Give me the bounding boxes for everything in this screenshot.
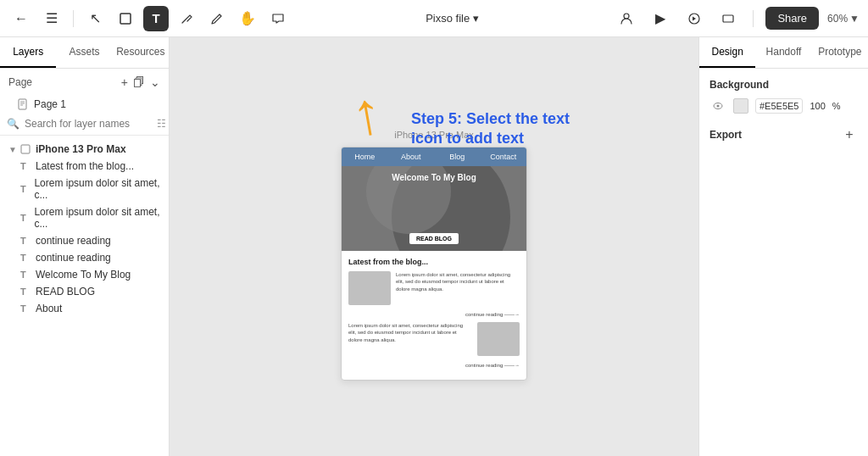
page-options-button[interactable]: 🗍 xyxy=(133,75,145,89)
canvas-area[interactable]: ↑ Step 5: Select the text icon to add te… xyxy=(170,37,698,456)
toolbar-center: Pixso file ▾ xyxy=(294,12,610,25)
phone-hero: Welcome To My Blog READ BLOG xyxy=(342,166,526,251)
add-export-button[interactable]: + xyxy=(841,126,858,143)
layer-item-blog-title[interactable]: T Latest from the blog... xyxy=(0,158,169,175)
search-input[interactable] xyxy=(25,118,152,130)
nav-blog[interactable]: Blog xyxy=(434,153,481,161)
hamburger-button[interactable]: ☰ xyxy=(39,6,64,31)
export-row: Export + xyxy=(709,126,858,143)
blog-card-image-2 xyxy=(477,322,520,356)
page-actions: + 🗍 ⌄ xyxy=(121,75,160,89)
filter-icon[interactable]: ☷ xyxy=(157,118,166,130)
blog-card-1: Lorem ipsum dolor sit amet, consectetur … xyxy=(348,271,520,305)
right-tabs: Design Handoff Prototype xyxy=(699,37,868,69)
toolbar-right: ▶ Share 60% ▼ xyxy=(614,6,860,31)
annotation-arrow: ↑ xyxy=(347,81,387,145)
toolbar: ← ☰ ↖ T ✋ Pixso file ▾ ▶ xyxy=(0,0,868,37)
nav-contact[interactable]: Contact xyxy=(481,153,527,161)
tab-layers[interactable]: Layers xyxy=(0,37,56,68)
viewmode-button[interactable] xyxy=(715,6,741,31)
expand-icon: ▼ xyxy=(8,145,17,154)
frame-icon xyxy=(20,144,31,154)
layer-tree: ▼ iPhone 13 Pro Max T Latest from the bl… xyxy=(0,136,169,456)
text-layer-icon-5: T xyxy=(20,253,32,263)
layer-item-continue1[interactable]: T continue reading xyxy=(0,232,169,249)
tab-design[interactable]: Design xyxy=(699,37,755,68)
phone-container: iPhone 13 Pro Max Home About Blog Contac… xyxy=(341,130,527,381)
play-button[interactable]: ▶ xyxy=(648,6,673,31)
layer-iphone-label: iPhone 13 Pro Max xyxy=(36,143,126,155)
text-layer-icon: T xyxy=(20,161,32,171)
cursor-tool[interactable]: ↖ xyxy=(82,6,108,31)
layer-item-continue2[interactable]: T continue reading xyxy=(0,249,169,266)
collab-button[interactable] xyxy=(614,6,639,31)
pencil-tool[interactable] xyxy=(204,6,230,31)
left-sidebar: Layers Assets Resources Page + 🗍 ⌄ Page … xyxy=(0,37,170,456)
background-label: Background xyxy=(709,79,858,91)
phone-mockup: Home About Blog Contact Welcome To My Bl xyxy=(341,147,527,381)
bg-color-swatch[interactable] xyxy=(733,98,748,114)
tab-assets[interactable]: Assets xyxy=(56,37,112,68)
main-layout: Layers Assets Resources Page + 🗍 ⌄ Page … xyxy=(0,37,868,456)
tab-handoff[interactable]: Handoff xyxy=(755,37,811,68)
visibility-toggle[interactable] xyxy=(709,97,726,114)
export-label: Export xyxy=(709,129,742,141)
page-name: Page 1 xyxy=(34,98,66,110)
layer-item-welcome[interactable]: T Welcome To My Blog xyxy=(0,266,169,283)
blog-card-text-2: Lorem ipsum dolor sit amet, consectetur … xyxy=(348,322,472,356)
page-expand-button[interactable]: ⌄ xyxy=(150,75,160,89)
divider xyxy=(73,10,74,27)
present-button[interactable] xyxy=(682,6,707,31)
add-page-button[interactable]: + xyxy=(121,75,128,89)
nav-about[interactable]: About xyxy=(388,153,435,161)
layer-item-readblog[interactable]: T READ BLOG xyxy=(0,283,169,300)
pen-tool[interactable] xyxy=(174,6,199,31)
layer-item-iphone[interactable]: ▼ iPhone 13 Pro Max xyxy=(0,141,169,158)
phone-body: Latest from the blog... Lorem ipsum dolo… xyxy=(342,251,526,380)
text-layer-icon-4: T xyxy=(20,236,32,246)
text-layer-icon-7: T xyxy=(20,286,32,297)
back-button[interactable]: ← xyxy=(8,6,34,31)
page-item[interactable]: Page 1 xyxy=(0,96,169,113)
page-label: Page xyxy=(8,76,32,88)
zoom-indicator[interactable]: 60% ▼ xyxy=(827,13,860,25)
blog-card-link-2[interactable]: continue reading ——→ xyxy=(348,363,520,368)
svg-rect-3 xyxy=(723,15,733,22)
blog-card-text-1: Lorem ipsum dolor sit amet, consectetur … xyxy=(396,271,520,305)
phone-nav: Home About Blog Contact xyxy=(342,147,526,166)
divider2 xyxy=(753,10,754,27)
percent-sign: % xyxy=(832,101,841,111)
search-box: 🔍 ☷ xyxy=(0,113,169,136)
bg-color-hex[interactable]: #E5E5E5 xyxy=(755,98,803,114)
blog-card-image-1 xyxy=(348,271,391,305)
background-section: Background #E5E5E5 100 % xyxy=(709,79,858,114)
page-section-header: Page + 🗍 ⌄ xyxy=(0,69,169,96)
hero-button[interactable]: READ BLOG xyxy=(409,233,459,244)
comment-tool[interactable] xyxy=(265,6,291,31)
page-icon xyxy=(17,98,29,110)
share-button[interactable]: Share xyxy=(765,7,819,30)
sidebar-tabs: Layers Assets Resources xyxy=(0,37,169,69)
layer-item-lorem2[interactable]: T Lorem ipsum dolor sit amet, c... xyxy=(0,203,169,232)
bg-opacity[interactable]: 100 xyxy=(810,101,825,111)
text-layer-icon-8: T xyxy=(20,303,32,314)
nav-home[interactable]: Home xyxy=(342,153,388,161)
annotation: ↑ Step 5: Select the text icon to add te… xyxy=(352,84,381,143)
tab-prototype[interactable]: Prototype xyxy=(812,37,868,68)
tab-resources[interactable]: Resources xyxy=(113,37,169,68)
file-name[interactable]: Pixso file ▾ xyxy=(426,12,479,25)
svg-rect-4 xyxy=(19,99,26,109)
text-layer-icon-3: T xyxy=(20,213,31,223)
layer-item-lorem1[interactable]: T Lorem ipsum dolor sit amet, c... xyxy=(0,175,169,203)
svg-rect-0 xyxy=(120,14,131,24)
right-panel: Background #E5E5E5 100 % Export + xyxy=(699,69,868,165)
frame-tool[interactable] xyxy=(113,6,138,31)
hero-title: Welcome To My Blog xyxy=(342,173,526,182)
blog-card-link-1[interactable]: continue reading ——→ xyxy=(348,312,520,317)
layer-item-about[interactable]: T About xyxy=(0,300,169,317)
hand-tool[interactable]: ✋ xyxy=(235,6,260,31)
toolbar-left: ← ☰ ↖ T ✋ xyxy=(8,6,291,31)
blog-card-2: Lorem ipsum dolor sit amet, consectetur … xyxy=(348,322,520,356)
text-tool[interactable]: T xyxy=(143,6,169,31)
color-row: #E5E5E5 100 % xyxy=(709,97,858,114)
